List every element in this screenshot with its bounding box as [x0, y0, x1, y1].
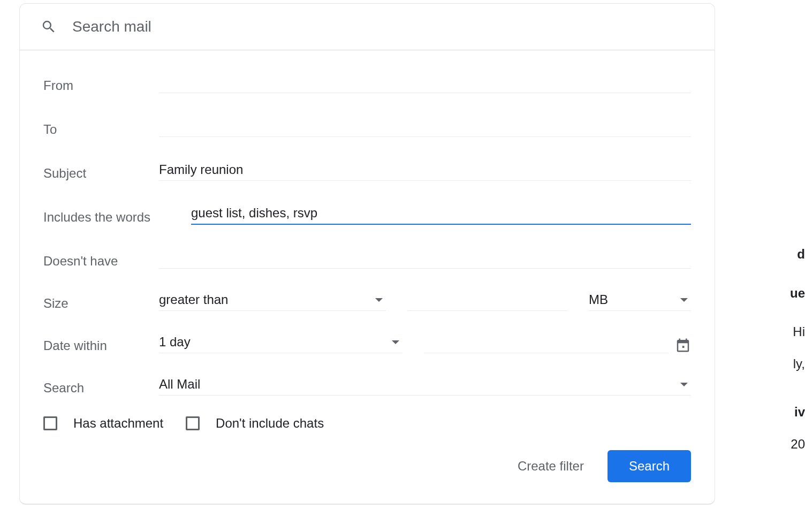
- size-row: Size greater than MB: [43, 290, 691, 311]
- date-range-value: 1 day: [159, 335, 392, 349]
- chevron-down-icon: [680, 298, 688, 302]
- bg-text: d: [797, 247, 805, 262]
- svg-rect-0: [682, 346, 685, 348]
- bg-text: 20: [791, 437, 805, 452]
- search-container: From To Subject Includes the words Doesn…: [19, 3, 715, 505]
- from-label: From: [43, 78, 159, 93]
- calendar-icon[interactable]: [675, 337, 691, 353]
- size-unit-value: MB: [589, 292, 680, 307]
- excludes-label: Doesn't have: [43, 254, 159, 269]
- search-location-select[interactable]: All Mail: [159, 375, 691, 396]
- to-label: To: [43, 122, 159, 137]
- bg-text: ly,: [793, 356, 805, 371]
- bg-text: Hi: [793, 324, 805, 339]
- chevron-down-icon: [392, 340, 399, 344]
- checkbox-row: Has attachment Don't include chats: [43, 416, 691, 431]
- search-button[interactable]: Search: [607, 450, 691, 482]
- subject-row: Subject: [43, 158, 691, 181]
- size-unit-select[interactable]: MB: [589, 290, 691, 311]
- subject-input[interactable]: [159, 160, 691, 181]
- exclude-chats-checkbox[interactable]: Don't include chats: [186, 416, 324, 431]
- search-icon[interactable]: [36, 14, 62, 40]
- has-attachment-checkbox[interactable]: Has attachment: [43, 416, 163, 431]
- chevron-down-icon: [375, 298, 383, 302]
- size-label: Size: [43, 296, 159, 311]
- bg-text: iv: [794, 405, 805, 420]
- bg-preview: Zoom CIO talks 200 million user increase…: [287, 503, 754, 505]
- action-row: Create filter Search: [43, 450, 691, 482]
- from-row: From: [43, 71, 691, 93]
- bg-text: ue: [790, 286, 805, 301]
- exclude-chats-label: Don't include chats: [216, 416, 324, 431]
- create-filter-link[interactable]: Create filter: [518, 459, 584, 474]
- includes-input[interactable]: [191, 203, 691, 225]
- includes-label: Includes the words: [43, 210, 191, 225]
- excludes-row: Doesn't have: [43, 246, 691, 269]
- search-location-row: Search All Mail: [43, 375, 691, 396]
- size-compare-value: greater than: [159, 292, 375, 307]
- size-value-input[interactable]: [407, 290, 567, 311]
- search-input[interactable]: [62, 18, 715, 35]
- includes-row: Includes the words: [43, 202, 691, 225]
- checkbox-box: [43, 416, 57, 430]
- checkbox-box: [186, 416, 200, 430]
- subject-label: Subject: [43, 166, 159, 181]
- search-location-value: All Mail: [159, 377, 680, 392]
- bg-sender: Hannah: [93, 503, 144, 505]
- has-attachment-label: Has attachment: [73, 416, 163, 431]
- date-value-input[interactable]: [424, 332, 669, 353]
- to-input[interactable]: [159, 116, 691, 137]
- date-range-select[interactable]: 1 day: [159, 332, 403, 353]
- search-location-label: Search: [43, 381, 159, 396]
- chevron-down-icon: [680, 383, 688, 386]
- size-compare-select[interactable]: greater than: [159, 290, 386, 311]
- from-input[interactable]: [159, 72, 691, 93]
- advanced-search-panel: From To Subject Includes the words Doesn…: [19, 50, 715, 505]
- excludes-input[interactable]: [159, 248, 691, 269]
- search-bar[interactable]: [19, 3, 715, 50]
- to-row: To: [43, 115, 691, 137]
- date-row: Date within 1 day: [43, 332, 691, 353]
- date-label: Date within: [43, 338, 159, 353]
